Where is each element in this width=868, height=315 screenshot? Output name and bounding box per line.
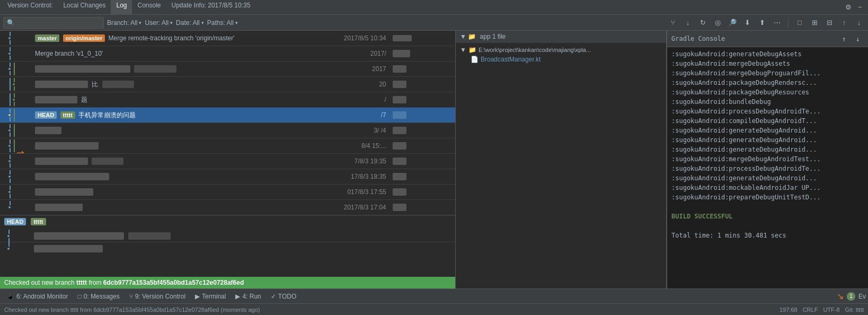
todo-tab[interactable]: ✓ TODO xyxy=(267,290,300,303)
run-tab[interactable]: ▶ 4: Run xyxy=(231,290,265,303)
gradle-console-title: Gradle Console xyxy=(671,35,725,42)
gradle-scroll-up-icon[interactable]: ↑ xyxy=(838,33,850,45)
tree-folder-item[interactable]: ▼ 📁 E:\work\project\kankan\code\majiang\… xyxy=(458,45,664,55)
gradle-line: :sugokuAndroid:generateDebugAndroid... xyxy=(671,126,864,135)
tab-update-info[interactable]: Update Info: 2017/8/5 10:35 xyxy=(166,0,256,15)
tab-console[interactable]: Console xyxy=(132,0,166,15)
ref-master: master xyxy=(35,34,59,42)
table-row[interactable]: 3/ /4 xyxy=(0,123,455,138)
pull-icon[interactable]: ⬇ xyxy=(741,17,753,29)
gradle-line: :sugokuAndroid:generateDebugAssets xyxy=(671,49,864,59)
gradle-console-header: Gradle Console ↑ ↓ xyxy=(667,31,868,47)
gradle-scroll-down-icon[interactable]: ↓ xyxy=(852,33,864,45)
diff-icon[interactable]: □ xyxy=(794,17,805,29)
file-icon: 📄 xyxy=(471,56,479,63)
file-tree-header: ▼ 📁 app 1 file xyxy=(456,31,666,43)
terminal-icon: ▶ xyxy=(195,293,200,300)
folder-tri-icon: ▼ xyxy=(460,46,466,54)
eye-icon[interactable]: ◎ xyxy=(712,17,723,29)
date-filter[interactable]: Date: All ▾ xyxy=(176,19,204,27)
zoom-icon[interactable]: 🔎 xyxy=(727,17,738,29)
gradle-line: :sugokuAndroid:generateDebugAndroid... xyxy=(671,145,864,154)
version-control-icon: ⑂ xyxy=(129,293,133,300)
ref-origin-master: origin/master xyxy=(63,34,105,42)
messages-tab[interactable]: □ 0: Messages xyxy=(73,290,123,303)
cherry-pick-icon[interactable]: ⑂ xyxy=(667,17,679,29)
expand-all-icon[interactable]: ⊞ xyxy=(809,17,820,29)
settings-icon[interactable]: ⚙ xyxy=(843,2,854,13)
commit-subject: Merge branch 'v1_0_10' xyxy=(35,50,103,57)
messages-icon: □ xyxy=(77,293,81,300)
more-icon[interactable]: ⋯ xyxy=(771,17,783,29)
status-position[interactable]: 197:68 xyxy=(780,307,798,313)
version-control-tab[interactable]: ⑂ 9: Version Control xyxy=(125,290,190,303)
table-row[interactable]: master origin/master Merge remote-tracki… xyxy=(0,31,455,46)
gradle-line: :sugokuAndroid:processDebugAndroidTe... xyxy=(671,107,864,116)
commit-subject: 手机异常崩溃的问题 xyxy=(78,111,136,119)
table-row[interactable]: 7/8/3 19:35 xyxy=(0,154,455,169)
search-icon: 🔍 xyxy=(7,19,15,27)
build-success-line: BUILD SUCCESSFUL xyxy=(671,212,864,221)
status-right: 197:68 CRLF UTF-8 Git: ttttt xyxy=(780,307,864,313)
table-row[interactable]: 比 20 xyxy=(0,77,455,92)
table-row[interactable]: 017/8/3 17:55 xyxy=(0,185,455,200)
tab-local-changes[interactable]: Local Changes xyxy=(58,0,111,15)
table-row[interactable]: HEAD ttttt 手机异常崩溃的问题 /7 xyxy=(0,108,455,123)
gradle-line: :sugokuAndroid:mergeDebugAssets xyxy=(671,59,864,68)
android-monitor-tab[interactable]: 📱 6: Android Monitor xyxy=(2,290,72,303)
down-arrow-icon[interactable]: ↓ xyxy=(853,17,865,29)
tree-file-item[interactable]: 📄 BroadcastManager.kt xyxy=(458,55,664,64)
push-icon[interactable]: ⬆ xyxy=(756,17,768,29)
gradle-line: :sugokuAndroid:mergeDebugAndroidTest... xyxy=(671,154,864,164)
up-arrow-icon[interactable]: ↑ xyxy=(838,17,850,29)
branch-arrow-icon: ▾ xyxy=(139,20,141,25)
status-bar: Checked out new branch ttttt from 6dcb97… xyxy=(0,303,868,315)
gradle-console-panel: Gradle Console ↑ ↓ :sugokuAndroid:genera… xyxy=(667,31,868,288)
table-row[interactable]: 题 / xyxy=(0,92,455,108)
notification-text: Checked out new branch ttttt from 6dcb97… xyxy=(4,279,244,286)
paths-filter[interactable]: Paths: All ▾ xyxy=(207,19,238,27)
table-row[interactable]: Merge branch 'v1_0_10' 2017/ xyxy=(0,46,455,62)
orange-notification-arrow: ↘ xyxy=(837,291,844,301)
cycle-icon[interactable]: ↻ xyxy=(697,17,708,29)
ref-head-bottom: HEAD xyxy=(4,218,26,225)
ref-ttttt: ttttt xyxy=(60,111,75,119)
user-filter[interactable]: User: All ▾ xyxy=(145,19,173,27)
gradle-line: :sugokuAndroid:bundleDebug xyxy=(671,97,864,107)
toolbar-separator xyxy=(788,18,789,28)
gradle-line: :sugokuAndroid:prepareDebugUnitTestD... xyxy=(671,192,864,202)
file-name: BroadcastManager.kt xyxy=(481,56,541,63)
status-encoding[interactable]: UTF-8 xyxy=(823,307,839,313)
bottom-toolbar: 📱 6: Android Monitor □ 0: Messages ⑂ 9: … xyxy=(0,288,868,303)
app-label: app 1 file xyxy=(480,33,506,40)
terminal-tab[interactable]: ▶ Terminal xyxy=(191,290,230,303)
table-row[interactable]: ↗ 8/4 15:... xyxy=(0,138,455,154)
tab-log[interactable]: Log xyxy=(111,0,132,15)
android-monitor-icon: 📱 xyxy=(6,293,14,300)
arrow-down-icon[interactable]: ↓ xyxy=(682,17,694,29)
user-arrow-icon: ▾ xyxy=(170,20,173,25)
table-row[interactable]: 2017/8/3 17:04 xyxy=(0,200,455,215)
table-row[interactable]: 17/8/3 18:35 xyxy=(0,169,455,185)
search-box[interactable]: 🔍 xyxy=(3,17,104,29)
date-arrow-icon: ▾ xyxy=(201,20,204,25)
gradle-console-content[interactable]: :sugokuAndroid:generateDebugAssets :sugo… xyxy=(667,47,868,288)
table-row[interactable]: 2017 xyxy=(0,62,455,77)
folder-icon: 📁 xyxy=(468,46,476,54)
search-input[interactable] xyxy=(15,19,100,27)
file-tree-panel: ▼ 📁 app 1 file ▼ 📁 E:\work\project\kanka… xyxy=(456,31,667,288)
todo-icon: ✓ xyxy=(271,293,276,300)
status-git-branch[interactable]: Git: ttttt xyxy=(845,307,864,313)
minimize-icon[interactable]: − xyxy=(854,2,866,13)
tab-version-control[interactable]: Version Control: xyxy=(2,0,58,15)
gradle-line: :sugokuAndroid:mockableAndroidJar UP... xyxy=(671,183,864,192)
branch-filter[interactable]: Branch: All ▾ xyxy=(107,19,141,27)
commit-subject: Merge remote-tracking branch 'origin/mas… xyxy=(109,34,235,42)
filter-bar: 🔍 Branch: All ▾ User: All ▾ Date: All ▾ … xyxy=(0,15,868,31)
status-message: Checked out new branch ttttt from 6dcb97… xyxy=(4,307,773,313)
gradle-line: :sugokuAndroid:processDebugAndroidTe... xyxy=(671,164,864,173)
status-line-ending[interactable]: CRLF xyxy=(803,307,818,313)
head-area: HEAD ttttt xyxy=(0,215,455,228)
run-icon: ▶ xyxy=(235,293,240,300)
collapse-icon[interactable]: ⊟ xyxy=(823,17,835,29)
